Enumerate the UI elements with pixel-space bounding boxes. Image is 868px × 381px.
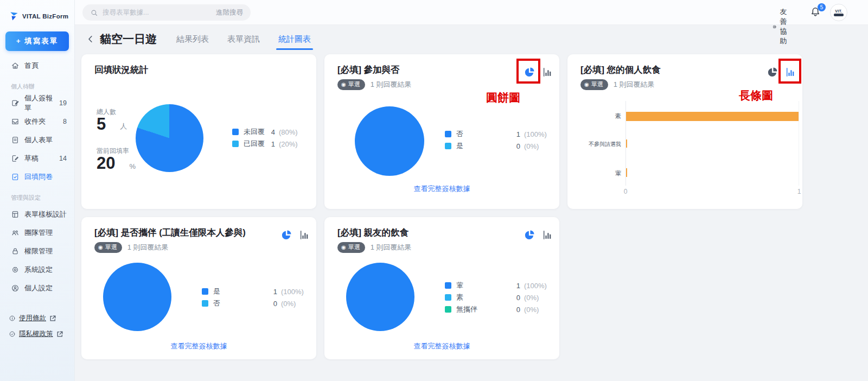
team-icon <box>11 228 20 237</box>
search-icon <box>90 9 98 17</box>
terms-link[interactable]: 使用條款 <box>0 310 74 326</box>
view-full-data-link[interactable]: 查看完整簽核數據 <box>324 184 559 194</box>
sidebar-item-surveys[interactable]: 回填問卷 <box>0 168 74 186</box>
document-icon <box>11 136 20 144</box>
pie-chart-toggle-icon[interactable] <box>280 229 292 241</box>
tab-statistics[interactable]: 統計圖表 <box>277 31 312 48</box>
legend-swatch <box>445 143 451 149</box>
single-choice-badge: ◉單選 <box>580 79 608 90</box>
external-link-icon <box>49 315 56 322</box>
relatives-diet-pie <box>346 263 414 331</box>
sidebar-item-label: 系統設定 <box>24 265 53 275</box>
legend-row: 是 0 (0%) <box>445 140 548 152</box>
app-root: VITAL BizForm + 填寫表單 首頁 個人待辦 個人簽報單 19 收件… <box>0 0 868 381</box>
x-axis-tick: 0 <box>624 188 628 195</box>
fill-rate-value: 20 <box>97 154 115 173</box>
sidebar-item-drafts[interactable]: 草稿 14 <box>0 149 74 168</box>
sidebar-item-label: 表單樣板設計 <box>24 209 67 219</box>
plus-icon: + <box>16 37 22 45</box>
page-title: 貓空一日遊 <box>100 31 157 47</box>
notification-badge: 5 <box>818 3 826 11</box>
legend-swatch <box>202 288 208 295</box>
response-count: 1 則回覆結果 <box>614 80 655 90</box>
card-title: [必填] 親友的飲食 <box>337 227 409 239</box>
search-bar[interactable]: 進階搜尋 <box>82 4 251 21</box>
sidebar-item-label: 個人設定 <box>24 283 53 293</box>
legend: 葷 1 (100%) 素 0 (0%) 無攜伴 0 (0%) <box>445 280 548 315</box>
shield-check-icon <box>9 331 16 338</box>
legend-swatch <box>445 282 451 289</box>
user-avatar[interactable]: VIT. <box>830 4 847 21</box>
sidebar-item-personal-forms[interactable]: 個人表單 <box>0 131 74 149</box>
sidebar-item-permissions[interactable]: 權限管理 <box>0 242 74 261</box>
help-button[interactable]: 友善協助 <box>773 7 792 46</box>
legend-swatch <box>445 294 451 301</box>
privacy-policy-link[interactable]: 隱私權政策 <box>0 326 74 342</box>
page-header: 貓空一日遊 結果列表 表單資訊 統計圖表 <box>75 25 868 53</box>
sidebar-item-label: 個人簽報單 <box>24 93 59 113</box>
sidebar-item-label: 收件夾 <box>24 117 46 126</box>
legend-swatch <box>232 141 239 147</box>
card-title: [必填] 參加與否 <box>337 64 400 76</box>
bar-chart-toggle-icon[interactable] <box>542 66 554 78</box>
radio-icon: ◉ <box>584 82 589 87</box>
tab-form-info[interactable]: 表單資訊 <box>226 31 261 48</box>
info-icon <box>9 315 16 322</box>
bar-plot-area <box>626 101 799 186</box>
sidebar-item-team-management[interactable]: 團隊管理 <box>0 224 74 242</box>
sidebar-item-home[interactable]: 首頁 <box>0 56 74 75</box>
home-icon <box>11 61 20 70</box>
radio-icon: ◉ <box>341 82 346 87</box>
response-count: 1 則回覆結果 <box>127 243 169 252</box>
sidebar-item-inbox[interactable]: 收件夾 8 <box>0 112 74 131</box>
sidebar-item-sign-reports[interactable]: 個人簽報單 19 <box>0 94 74 112</box>
pie-chart-toggle-icon[interactable] <box>524 229 535 241</box>
sidebar-item-label: 個人表單 <box>24 135 53 145</box>
tab-result-list[interactable]: 結果列表 <box>175 31 210 48</box>
sidebar-item-label: 權限管理 <box>24 246 53 256</box>
legend: 否 1 (100%) 是 0 (0%) <box>445 128 548 152</box>
bar-chart-toggle-icon[interactable] <box>785 66 797 78</box>
lock-icon <box>11 247 20 256</box>
back-chevron-icon[interactable] <box>86 34 95 44</box>
legend-row: 否 0 (0%) <box>202 297 305 309</box>
sidebar-item-system-settings[interactable]: 系統設定 <box>0 261 74 279</box>
card-fill-status: 回填狀況統計 總人數 5 人 當前回填率 20 % 未回覆 4 (80%) 已回… <box>81 54 316 209</box>
fill-rate-stat: 20 % <box>97 154 136 173</box>
search-input[interactable] <box>103 9 212 16</box>
single-choice-badge: ◉單選 <box>337 242 365 253</box>
view-full-data-link[interactable]: 查看完整簽核數據 <box>81 341 316 351</box>
notification-button[interactable]: 5 <box>809 6 822 19</box>
single-choice-badge: ◉單選 <box>337 79 365 90</box>
badge-row: ◉單選 1 則回覆結果 <box>337 242 412 253</box>
response-count: 1 則回覆結果 <box>371 243 412 252</box>
legend-swatch <box>445 131 451 137</box>
bar-chart-toggle-icon[interactable] <box>542 229 554 241</box>
legend: 是 1 (100%) 否 0 (0%) <box>202 285 305 309</box>
x-axis-tick: 1 <box>797 188 801 195</box>
legend-row: 素 0 (0%) <box>445 291 548 303</box>
sidebar-item-template-design[interactable]: 表單樣板設計 <box>0 205 74 224</box>
sidebar-footer: 使用條款 隱私權政策 <box>0 310 74 342</box>
sidebar-nav: 首頁 個人待辦 個人簽報單 19 收件夾 8 個人表單 草稿 14 <box>0 56 74 297</box>
view-full-data-link[interactable]: 查看完整簽核數據 <box>324 341 559 351</box>
sidebar-item-label: 首頁 <box>24 61 39 71</box>
sidebar-item-count: 14 <box>59 155 74 162</box>
advanced-search-link[interactable]: 進階搜尋 <box>216 8 243 17</box>
pie-chart-toggle-icon[interactable] <box>767 66 778 78</box>
bar-category-label: 葷 <box>567 169 621 177</box>
life-buoy-icon <box>773 22 776 31</box>
brand-logo-text: VITAL BizForm <box>22 13 68 20</box>
inbox-icon <box>11 117 20 126</box>
response-count: 1 則回覆結果 <box>371 80 412 90</box>
fill-form-button[interactable]: + 填寫表單 <box>5 31 69 51</box>
legend: 未回覆 4 (80%) 已回覆 1 (20%) <box>232 126 303 150</box>
annotation-pie-label: 圓餅圖 <box>486 90 520 105</box>
brand-logo[interactable]: VITAL BizForm <box>0 0 74 21</box>
avatar-banner <box>834 14 844 16</box>
pie-chart-toggle-icon[interactable] <box>524 66 535 78</box>
bar-chart-toggle-icon[interactable] <box>299 229 311 241</box>
avatar-text: VIT. <box>835 9 842 13</box>
fill-rate-unit: % <box>129 162 136 173</box>
sidebar-item-personal-settings[interactable]: 個人設定 <box>0 279 74 297</box>
